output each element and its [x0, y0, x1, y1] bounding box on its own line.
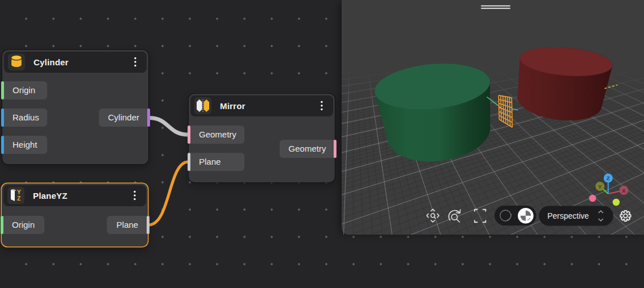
svg-text:Z: Z: [17, 195, 20, 202]
svg-text:Y: Y: [598, 183, 602, 190]
svg-text:X: X: [622, 187, 626, 194]
svg-text:Perspective: Perspective: [547, 211, 589, 220]
svg-text:Y: Y: [17, 189, 21, 195]
svg-text:Z: Z: [606, 175, 610, 181]
